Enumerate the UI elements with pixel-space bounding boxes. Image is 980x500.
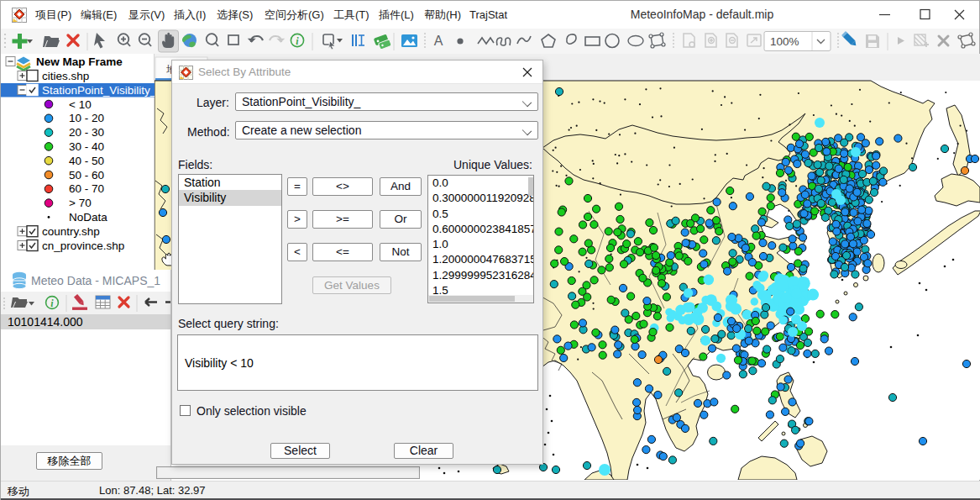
svg-text:100%: 100%	[770, 35, 799, 48]
svg-text:30 - 40: 30 - 40	[69, 140, 104, 153]
svg-text:New Map Frame: New Map Frame	[36, 55, 123, 68]
svg-text:country.shp: country.shp	[42, 225, 100, 238]
svg-text:cn_province.shp: cn_province.shp	[42, 239, 124, 252]
svg-text:A: A	[434, 34, 443, 48]
svg-text:StationPoint_Visibility_: StationPoint_Visibility_	[42, 84, 155, 97]
svg-text:20 - 30: 20 - 30	[69, 126, 104, 139]
svg-text:cities.shp: cities.shp	[42, 70, 89, 82]
svg-text:NoData: NoData	[69, 211, 107, 224]
svg-text:40 - 50: 40 - 50	[69, 155, 104, 167]
svg-text:< 10: < 10	[69, 98, 92, 111]
svg-text:50 - 60: 50 - 60	[69, 169, 104, 182]
svg-text:> 70: > 70	[69, 197, 92, 209]
svg-text:i: i	[50, 297, 54, 309]
svg-text:10 - 20: 10 - 20	[69, 112, 104, 124]
svg-text:60 - 70: 60 - 70	[69, 182, 104, 195]
